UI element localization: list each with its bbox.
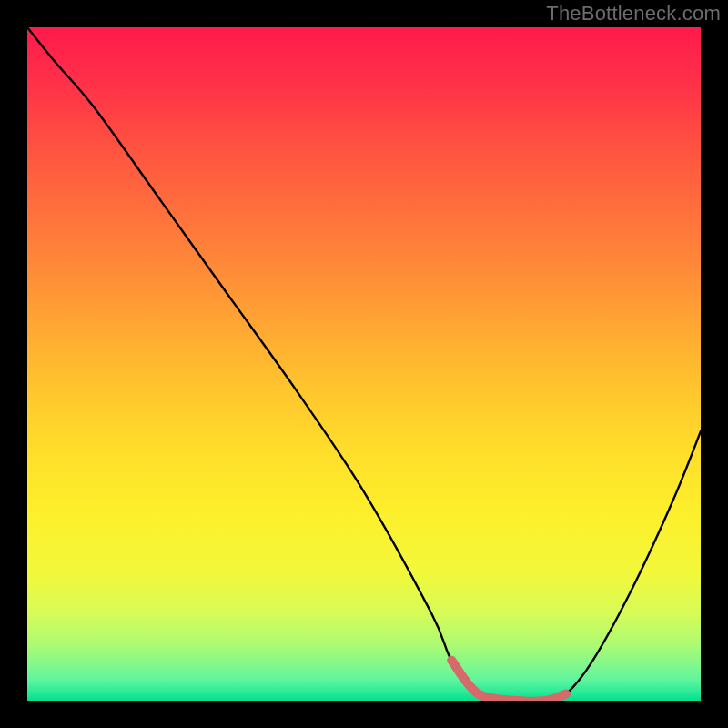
highlight-segment-path: [451, 661, 566, 701]
chart-stage: TheBottleneck.com: [0, 0, 728, 728]
chart-svg: [27, 27, 701, 701]
bottleneck-curve-path: [27, 27, 701, 701]
watermark-text: TheBottleneck.com: [546, 2, 721, 25]
